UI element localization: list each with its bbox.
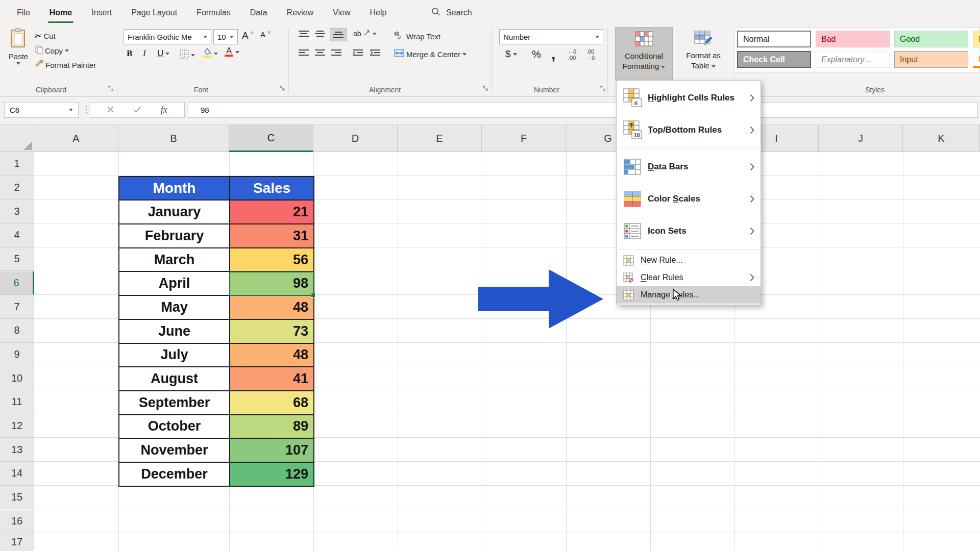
orientation-button[interactable]: ab [353, 29, 377, 38]
font-color-button[interactable]: A [225, 47, 239, 57]
cut-button[interactable]: ✂ Cut [35, 31, 56, 41]
sales-cell[interactable]: 107 [230, 438, 314, 462]
name-box[interactable]: C6 [4, 102, 79, 118]
conditional-formatting-button[interactable]: Conditional Formatting [615, 27, 673, 81]
row-header-6[interactable]: 6 [0, 271, 34, 295]
sales-cell[interactable]: 48 [230, 343, 314, 367]
menu-item-top-bottom-rules[interactable]: 10 Top/Bottom Rules [617, 114, 761, 146]
month-cell[interactable]: October [119, 415, 230, 439]
align-middle-button[interactable] [314, 30, 326, 38]
font-size-combo[interactable]: 10 [213, 29, 238, 44]
month-cell[interactable]: January [119, 200, 230, 224]
clipboard-dialog-launcher-icon[interactable] [108, 84, 114, 93]
tab-review[interactable]: Review [277, 0, 323, 25]
sales-cell[interactable]: 56 [230, 248, 314, 272]
decrease-decimal-button[interactable]: .00 →0 [586, 48, 595, 61]
wrap-text-button[interactable]: ab Wrap Text [394, 30, 440, 42]
italic-button[interactable]: I [143, 48, 146, 59]
menu-item-color-scales[interactable]: Color Scales [617, 183, 761, 215]
underline-button[interactable]: U [157, 48, 169, 59]
row-header-9[interactable]: 9 [0, 343, 34, 367]
month-cell[interactable]: May [119, 295, 230, 319]
column-header-a[interactable]: A [34, 125, 118, 152]
month-cell[interactable]: June [119, 319, 230, 343]
row-header-3[interactable]: 3 [0, 199, 34, 223]
insert-function-button[interactable]: fx [161, 105, 167, 115]
tab-data[interactable]: Data [240, 0, 277, 25]
sales-cell[interactable]: 41 [230, 367, 314, 391]
menu-item-icon-sets[interactable]: Icon Sets [617, 215, 761, 247]
menu-item-manage-rules[interactable]: Manage Rules... [617, 286, 761, 304]
fill-color-button[interactable] [202, 47, 218, 60]
month-header-cell[interactable]: Month [119, 177, 230, 201]
sales-cell[interactable]: 31 [230, 224, 314, 248]
row-header-2[interactable]: 2 [0, 176, 34, 200]
row-header-5[interactable]: 5 [0, 247, 34, 271]
shrink-font-button[interactable]: A˅ [260, 30, 271, 39]
grow-font-button[interactable]: A˄ [242, 30, 254, 41]
sales-cell[interactable]: 129 [230, 462, 314, 486]
tab-view[interactable]: View [323, 0, 360, 25]
number-dialog-launcher-icon[interactable] [600, 84, 606, 93]
row-header-14[interactable]: 14 [0, 462, 34, 486]
tab-insert[interactable]: Insert [82, 0, 121, 25]
cell-style-check-cell[interactable]: Check Cell [737, 51, 811, 68]
column-header-f[interactable]: F [482, 125, 566, 152]
row-header-8[interactable]: 8 [0, 319, 34, 343]
month-cell[interactable]: February [119, 224, 230, 248]
paste-button[interactable]: Paste [5, 28, 32, 65]
cell-style-neutral[interactable]: Ne [973, 31, 980, 47]
number-format-combo[interactable]: Number [499, 29, 603, 44]
align-bottom-button[interactable] [330, 28, 347, 41]
sales-cell[interactable]: 68 [230, 391, 314, 415]
row-header-15[interactable]: 15 [0, 486, 34, 510]
cell-style-input[interactable]: Input [894, 51, 968, 68]
search-box[interactable]: Search [431, 0, 472, 25]
increase-indent-button[interactable] [370, 49, 381, 57]
month-cell[interactable]: September [119, 391, 230, 415]
cell-style-linked-cell[interactable]: Lin [973, 51, 980, 68]
format-painter-button[interactable]: Format Painter [35, 60, 96, 70]
sales-cell[interactable]: 73 [230, 319, 314, 343]
cell-style-normal[interactable]: Normal [737, 31, 811, 47]
cell-style-explanatory[interactable]: Explanatory ... [816, 51, 890, 68]
column-header-c[interactable]: C [229, 125, 313, 152]
column-header-e[interactable]: E [398, 125, 482, 152]
align-right-button[interactable] [331, 49, 342, 57]
increase-decimal-button[interactable]: ←0 .00 [568, 48, 576, 61]
tab-file[interactable]: File [7, 0, 40, 25]
align-left-button[interactable] [298, 49, 309, 57]
tab-page-layout[interactable]: Page Layout [121, 0, 187, 25]
row-header-10[interactable]: 10 [0, 366, 34, 390]
sales-cell[interactable]: 48 [230, 295, 314, 319]
row-header-1[interactable]: 1 [0, 152, 34, 176]
tab-help[interactable]: Help [360, 0, 396, 25]
month-cell[interactable]: July [119, 343, 230, 367]
fill-handle[interactable] [311, 293, 315, 297]
merge-center-button[interactable]: Merge & Center [394, 49, 467, 59]
sales-cell[interactable]: 89 [230, 415, 314, 439]
column-header-k[interactable]: K [903, 125, 980, 152]
month-cell[interactable]: August [119, 367, 230, 391]
menu-item-highlight-cells-rules[interactable]: ≤ Highlight Cells Rules [617, 82, 761, 114]
accounting-format-button[interactable]: $ [505, 48, 517, 60]
font-name-combo[interactable]: Franklin Gothic Me [124, 29, 211, 44]
enter-icon[interactable] [133, 106, 141, 115]
borders-button[interactable] [180, 49, 195, 61]
copy-button[interactable]: Copy [35, 45, 69, 56]
cell-style-bad[interactable]: Bad [816, 31, 890, 47]
month-cell[interactable]: April [119, 271, 230, 295]
row-header-16[interactable]: 16 [0, 510, 34, 534]
menu-item-clear-rules[interactable]: Clear Rules [617, 269, 761, 286]
sales-header-cell[interactable]: Sales [230, 177, 314, 201]
percent-style-button[interactable]: % [532, 48, 541, 60]
row-header-7[interactable]: 7 [0, 295, 34, 319]
cell-style-good[interactable]: Good [894, 31, 968, 47]
month-cell[interactable]: March [119, 248, 230, 272]
sales-cell[interactable]: 21 [230, 200, 314, 224]
row-header-12[interactable]: 12 [0, 414, 34, 438]
font-dialog-launcher-icon[interactable] [280, 84, 285, 93]
alignment-dialog-launcher-icon[interactable] [483, 84, 488, 93]
align-top-button[interactable] [298, 30, 309, 38]
row-header-17[interactable]: 17 [0, 533, 34, 551]
